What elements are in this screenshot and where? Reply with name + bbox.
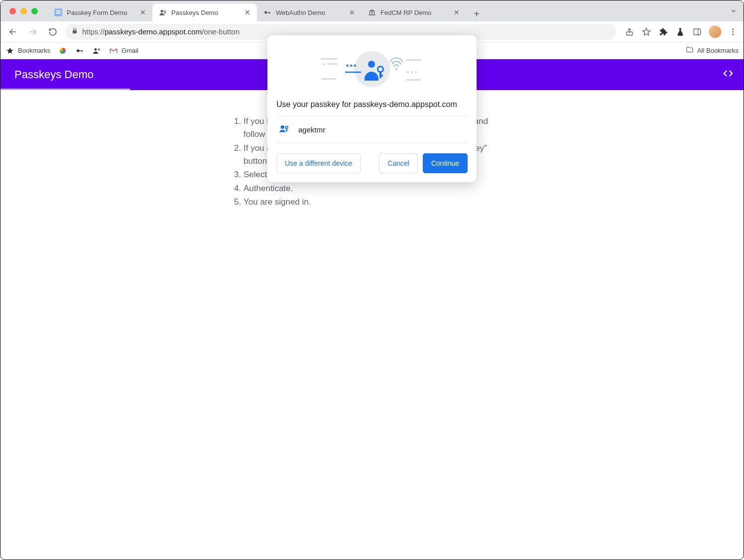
tab-title: FedCM RP Demo: [380, 9, 449, 16]
dialog-illustration: ***: [276, 48, 468, 91]
svg-rect-5: [164, 12, 165, 14]
bookmarks-label: Bookmarks: [18, 47, 50, 54]
tab-close-icon[interactable]: ✕: [349, 9, 356, 16]
tab-favicon: [54, 8, 63, 17]
url-host: passkeys-demo.appspot.com: [105, 27, 202, 36]
svg-rect-10: [268, 12, 269, 13]
svg-rect-13: [372, 12, 372, 14]
bookmarks-button[interactable]: Bookmarks: [5, 46, 50, 55]
back-button[interactable]: [5, 24, 20, 39]
svg-rect-18: [73, 30, 77, 33]
svg-rect-12: [370, 12, 371, 14]
window-maximize-button[interactable]: [31, 8, 38, 14]
page-title: Passkeys Demo: [14, 68, 94, 81]
tab-passkeys-demo[interactable]: Passkeys Demo ✕: [152, 3, 257, 21]
svg-rect-54: [286, 130, 288, 131]
svg-rect-38: [327, 63, 338, 65]
toolbar-right: [621, 25, 739, 38]
cancel-button[interactable]: Cancel: [379, 153, 418, 173]
tab-title: WebAuthn Demo: [276, 9, 345, 16]
google-photos-icon: [58, 46, 67, 55]
svg-point-43: [415, 71, 417, 73]
new-tab-button[interactable]: +: [469, 6, 484, 21]
svg-rect-39: [321, 78, 336, 80]
passkey-account-row[interactable]: agektmr: [276, 116, 468, 143]
svg-rect-14: [374, 12, 375, 14]
tab-strip: Passkey Form Demo ✕ Passkeys Demo ✕ WebA…: [0, 0, 744, 21]
all-bookmarks-button[interactable]: All Bookmarks: [686, 46, 739, 55]
tab-passkey-form-demo[interactable]: Passkey Form Demo ✕: [48, 3, 152, 21]
bookmark-gmail-label: Gmail: [122, 47, 138, 54]
svg-point-30: [95, 48, 97, 51]
svg-rect-9: [269, 12, 270, 13]
svg-marker-11: [369, 9, 375, 11]
continue-button[interactable]: Continue: [423, 153, 468, 173]
svg-rect-6: [164, 13, 165, 13]
svg-rect-21: [694, 29, 701, 35]
passkey-account-name: agektmr: [298, 125, 325, 134]
all-bookmarks-label: All Bookmarks: [697, 47, 739, 54]
svg-rect-44: [406, 79, 421, 81]
svg-marker-20: [643, 28, 650, 35]
bank-icon: [368, 8, 376, 17]
browser-menu-icon[interactable]: [728, 26, 739, 37]
svg-text:***: ***: [346, 63, 357, 71]
profile-avatar[interactable]: [709, 25, 722, 38]
tab-search-button[interactable]: [728, 5, 740, 17]
dialog-actions: Use a different device Cancel Continue: [276, 153, 468, 173]
code-toggle-button[interactable]: [723, 68, 734, 82]
svg-point-27: [77, 49, 79, 52]
svg-point-37: [323, 63, 325, 65]
bookmark-gmail[interactable]: Gmail: [109, 46, 138, 55]
key-icon: [263, 8, 272, 17]
svg-point-42: [411, 71, 413, 73]
star-icon: [5, 46, 14, 55]
svg-point-23: [733, 28, 734, 30]
use-different-device-button[interactable]: Use a different device: [276, 153, 361, 173]
svg-point-25: [733, 33, 734, 35]
svg-rect-1: [56, 10, 61, 11]
gmail-icon: [109, 46, 118, 55]
svg-point-52: [285, 126, 288, 129]
bookmark-passwords[interactable]: [75, 46, 84, 55]
tabs: Passkey Form Demo ✕ Passkeys Demo ✕ WebA…: [48, 0, 484, 21]
tab-close-icon[interactable]: ✕: [453, 9, 460, 16]
svg-rect-32: [99, 48, 99, 50]
bookmark-star-icon[interactable]: [641, 26, 652, 37]
tab-title: Passkeys Demo: [171, 9, 240, 16]
key-icon: [75, 46, 84, 55]
tab-close-icon[interactable]: ✕: [139, 9, 146, 16]
lock-icon: [71, 27, 78, 36]
people-icon: [92, 46, 101, 55]
svg-rect-29: [82, 50, 82, 52]
svg-point-4: [164, 10, 165, 12]
reload-button[interactable]: [45, 24, 60, 39]
svg-point-47: [368, 61, 375, 68]
tab-fedcm-rp-demo[interactable]: FedCM RP Demo ✕: [362, 3, 466, 21]
tab-title: Passkey Form Demo: [67, 9, 135, 16]
url-prefix: https://: [82, 27, 105, 36]
bookmark-google-photos[interactable]: [58, 46, 67, 55]
forward-button[interactable]: [25, 24, 40, 39]
list-item: Authenticate.: [244, 182, 511, 195]
passkey-dialog: *** Use your passkey for passkeys-demo.a…: [267, 35, 477, 182]
svg-rect-15: [369, 14, 375, 15]
svg-rect-50: [379, 75, 383, 77]
svg-point-51: [281, 125, 284, 129]
window-minimize-button[interactable]: [20, 8, 27, 14]
tab-indicator: [0, 89, 130, 90]
window-controls: [4, 8, 43, 14]
svg-rect-2: [56, 12, 61, 13]
address-bar-url: https://passkeys-demo.appspot.com/one-bu…: [82, 27, 610, 36]
list-item: You are signed in.: [244, 196, 511, 209]
window-close-button[interactable]: [9, 8, 16, 14]
labs-icon[interactable]: [675, 26, 686, 37]
share-icon[interactable]: [624, 26, 635, 37]
svg-point-24: [733, 31, 734, 32]
tab-webauthn-demo[interactable]: WebAuthn Demo ✕: [257, 3, 362, 21]
side-panel-icon[interactable]: [692, 26, 703, 37]
tab-close-icon[interactable]: ✕: [244, 9, 251, 16]
extensions-icon[interactable]: [658, 26, 669, 37]
passkey-icon: [278, 123, 289, 136]
bookmark-people[interactable]: [92, 46, 101, 55]
